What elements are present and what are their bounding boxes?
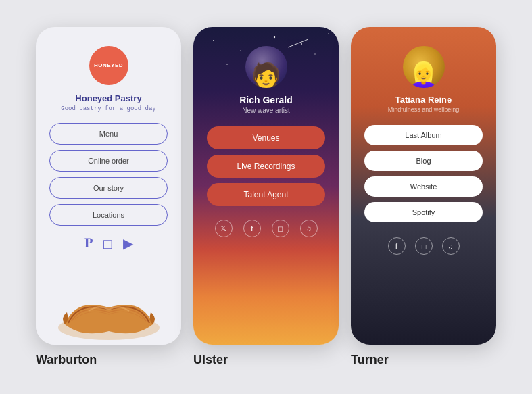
ulster-recordings-button[interactable]: Live Recordings	[207, 155, 325, 178]
warburton-name: Honeyed Pastry	[75, 93, 141, 103]
instagram-icon[interactable]: ◻	[272, 220, 289, 237]
turner-social-icons: f ◻ ♫	[388, 237, 460, 255]
turner-content: 👱‍♀️ Tatiana Reine Mindfulness and wellb…	[351, 27, 496, 345]
warburton-card: HONEYED Honeyed Pastry Good pastry for a…	[36, 27, 181, 345]
turner-label: Turner	[351, 353, 389, 367]
ulster-content: 🧑 Rich Gerald New wave artist Venues Liv…	[193, 27, 339, 345]
ulster-subtitle: New wave artist	[242, 107, 290, 114]
ulster-wrapper: 🧑 Rich Gerald New wave artist Venues Liv…	[193, 27, 339, 367]
turner-blog-button[interactable]: Blog	[364, 151, 483, 171]
turner-spotify-button[interactable]: Spotify	[364, 202, 483, 222]
turner-wrapper: 👱‍♀️ Tatiana Reine Mindfulness and wellb…	[351, 27, 496, 367]
avatar-person-icon: 🧑	[251, 64, 281, 88]
warburton-label: Warburton	[36, 353, 97, 367]
warburton-menu-button[interactable]: Menu	[49, 123, 168, 145]
facebook-icon[interactable]: f	[388, 237, 406, 255]
svg-point-3	[274, 36, 275, 38]
turner-name: Tatiana Reine	[395, 95, 452, 105]
turner-last-album-button[interactable]: Last Album	[364, 125, 483, 145]
svg-point-6	[301, 43, 302, 45]
ulster-venues-button[interactable]: Venues	[207, 126, 325, 149]
turner-avatar: 👱‍♀️	[403, 46, 445, 88]
warburton-wrapper: HONEYED Honeyed Pastry Good pastry for a…	[36, 27, 181, 367]
ulster-avatar: 🧑	[245, 46, 287, 88]
warburton-tagline: Good pastry for a good day	[61, 105, 155, 112]
instagram-icon[interactable]: ◻	[102, 235, 114, 251]
ulster-label: Ulster	[193, 353, 228, 367]
turner-card: 👱‍♀️ Tatiana Reine Mindfulness and wellb…	[351, 27, 496, 345]
svg-line-9	[288, 39, 308, 47]
svg-point-4	[314, 53, 315, 54]
paypal-icon[interactable]: 𝐏	[84, 235, 93, 251]
svg-point-8	[328, 33, 329, 34]
youtube-icon[interactable]: ▶	[123, 235, 133, 251]
facebook-icon[interactable]: f	[243, 220, 261, 237]
warburton-content: HONEYED Honeyed Pastry Good pastry for a…	[36, 27, 181, 264]
warburton-croissant-image	[36, 264, 181, 345]
warburton-online-order-button[interactable]: Online order	[49, 150, 168, 172]
instagram-icon[interactable]: ◻	[415, 237, 433, 255]
warburton-social-icons: 𝐏 ◻ ▶	[84, 235, 133, 251]
warburton-logo-text: HONEYED	[94, 62, 123, 69]
ulster-social-icons: 𝕏 f ◻ ♫	[215, 220, 318, 237]
ulster-card: 🧑 Rich Gerald New wave artist Venues Liv…	[193, 27, 339, 345]
avatar-person-icon: 👱‍♀️	[408, 61, 439, 88]
ulster-name: Rich Gerald	[239, 95, 293, 105]
ulster-talent-button[interactable]: Talent Agent	[207, 183, 325, 206]
svg-point-1	[213, 40, 214, 41]
warburton-locations-button[interactable]: Locations	[49, 204, 168, 226]
warburton-our-story-button[interactable]: Our story	[49, 177, 168, 199]
spotify-icon[interactable]: ♫	[300, 220, 318, 237]
svg-point-2	[240, 50, 241, 51]
svg-point-5	[226, 64, 228, 65]
turner-website-button[interactable]: Website	[364, 176, 483, 197]
turner-subtitle: Mindfulness and wellbeing	[388, 106, 460, 113]
phones-container: HONEYED Honeyed Pastry Good pastry for a…	[36, 27, 496, 367]
warburton-logo: HONEYED	[89, 46, 128, 85]
spotify-icon[interactable]: ♫	[442, 237, 460, 255]
twitter-icon[interactable]: 𝕏	[215, 220, 233, 237]
